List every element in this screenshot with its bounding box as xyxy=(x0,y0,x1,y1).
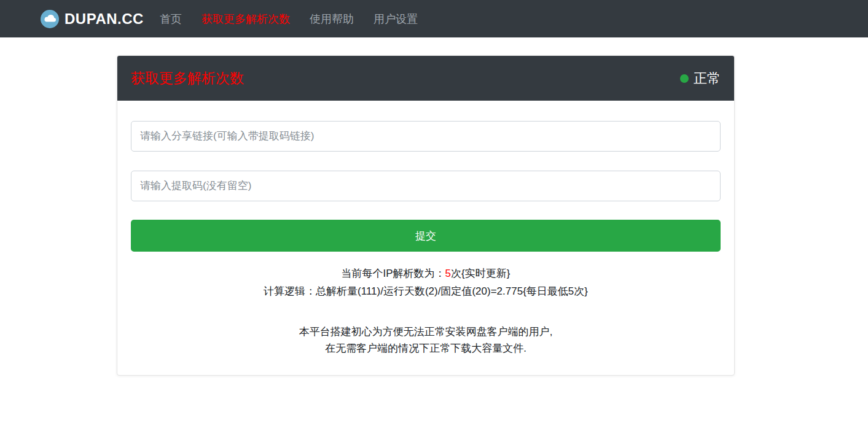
card-header: 获取更多解析次数 正常 xyxy=(117,56,734,101)
nav-item-user-settings[interactable]: 用户设置 xyxy=(364,7,428,31)
note-line1: 本平台搭建初心为方便无法正常安装网盘客户端的用户, xyxy=(131,323,721,340)
stats-line1: 当前每个IP解析数为：5次{实时更新} xyxy=(131,265,721,282)
notes-block: 本平台搭建初心为方便无法正常安装网盘客户端的用户, 在无需客户端的情况下正常下载… xyxy=(131,323,721,357)
submit-button[interactable]: 提交 xyxy=(131,220,721,252)
nav-item-help[interactable]: 使用帮助 xyxy=(300,7,364,31)
stats-line1-prefix: 当前每个IP解析数为： xyxy=(342,268,445,279)
card-body: 提交 当前每个IP解析数为：5次{实时更新} 计算逻辑：总解析量(111)/运行… xyxy=(117,101,734,375)
cloud-logo-icon xyxy=(41,10,59,28)
share-link-input[interactable] xyxy=(131,121,721,152)
status-label: 正常 xyxy=(694,69,721,88)
note-line2: 在无需客户端的情况下正常下载大容量文件. xyxy=(131,340,721,357)
nav-item-get-more-parses[interactable]: 获取更多解析次数 xyxy=(192,7,300,31)
stats-line1-suffix: 次{实时更新} xyxy=(451,268,510,279)
card-title: 获取更多解析次数 xyxy=(131,69,244,88)
nav-item-home[interactable]: 首页 xyxy=(150,7,192,31)
stats-block: 当前每个IP解析数为：5次{实时更新} 计算逻辑：总解析量(111)/运行天数(… xyxy=(131,265,721,300)
stats-line2: 计算逻辑：总解析量(111)/运行天数(2)/固定值(20)=2.775{每日最… xyxy=(131,282,721,300)
brand[interactable]: DUPAN.CC xyxy=(41,10,144,28)
parse-card: 获取更多解析次数 正常 提交 当前每个IP解析数为：5次{实时更新} 计算逻辑：… xyxy=(117,55,735,376)
nav-links: 首页 获取更多解析次数 使用帮助 用户设置 xyxy=(150,7,428,31)
stats-line1-highlight: 5 xyxy=(445,268,451,279)
status-badge: 正常 xyxy=(680,69,721,88)
status-dot-icon xyxy=(680,74,689,83)
brand-text: DUPAN.CC xyxy=(65,10,144,28)
extraction-code-input[interactable] xyxy=(131,171,721,201)
navbar: DUPAN.CC 首页 获取更多解析次数 使用帮助 用户设置 xyxy=(0,0,868,37)
